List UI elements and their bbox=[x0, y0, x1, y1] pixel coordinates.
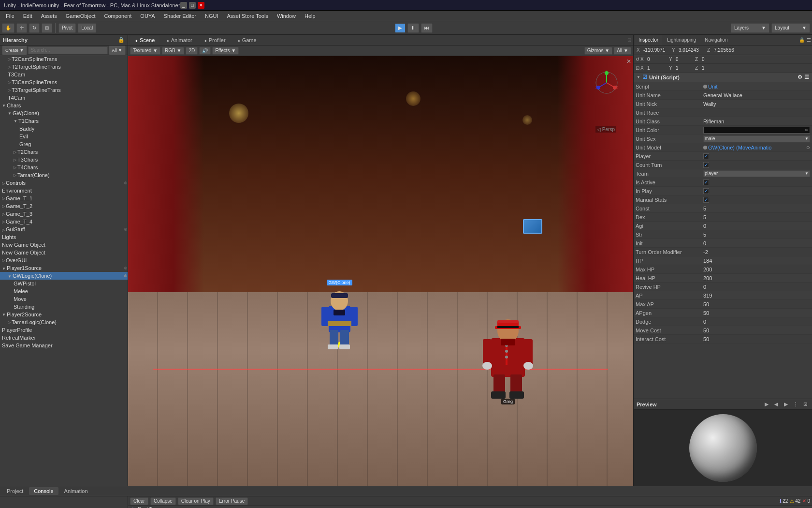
rgb-btn[interactable]: RGB ▼ bbox=[162, 47, 184, 55]
toolbar-scale[interactable]: ⊞ bbox=[42, 23, 52, 33]
list-item-gwlogic[interactable]: ▼GWLogic(Clone)⊕ bbox=[0, 272, 128, 280]
is-active-checkbox[interactable]: ✓ bbox=[703, 179, 709, 185]
list-item[interactable]: Melee bbox=[0, 287, 128, 295]
list-item[interactable]: ▷T2CamSplineTrans bbox=[0, 55, 128, 63]
list-item[interactable]: ▷Game_T_4 bbox=[0, 218, 128, 225]
tab-lightmapping[interactable]: Lightmapping bbox=[663, 35, 700, 45]
maximize-button[interactable]: □ bbox=[189, 2, 196, 9]
tab-animation[interactable]: Animation bbox=[59, 487, 93, 495]
team-dropdown[interactable]: player ▼ bbox=[703, 170, 810, 177]
unit-script-header[interactable]: ▼ ☑ Unit (Script) ⚙ ☰ bbox=[634, 73, 812, 82]
fx-btn[interactable]: Effects ▼ bbox=[212, 47, 239, 55]
preview-close[interactable]: ⊡ bbox=[801, 401, 809, 408]
tab-animator[interactable]: ⬥ Animator bbox=[161, 36, 197, 44]
preview-next[interactable]: ▶ bbox=[782, 401, 790, 408]
player-checkbox[interactable]: ✓ bbox=[703, 153, 709, 159]
list-item[interactable]: PlayerProfile bbox=[0, 326, 128, 334]
list-item[interactable]: ▷T3Chars bbox=[0, 156, 128, 164]
list-item[interactable]: New Game Object bbox=[0, 249, 128, 256]
tab-game[interactable]: ⬥ Game bbox=[232, 36, 261, 44]
list-item[interactable]: ▷Game_T_2 bbox=[0, 202, 128, 210]
gizmos-btn[interactable]: Gizmos ▼ bbox=[584, 47, 613, 55]
menu-ouya[interactable]: OUYA bbox=[136, 12, 159, 20]
layout-dropdown[interactable]: Layout ▼ bbox=[771, 23, 810, 33]
list-item[interactable]: ▼T1Chars bbox=[0, 117, 128, 125]
model-ref[interactable]: GW(Clone) (MoveAnimatio bbox=[703, 145, 805, 150]
menu-edit[interactable]: Edit bbox=[19, 12, 36, 20]
list-item[interactable]: ▼Player1Source⊕ bbox=[0, 264, 128, 272]
list-item[interactable]: ▷T3TargetSplineTrans bbox=[0, 86, 128, 94]
model-select[interactable]: ⊙ bbox=[806, 145, 810, 150]
list-item[interactable]: Evil bbox=[0, 133, 128, 140]
hierarchy-lock-icon[interactable]: 🔒 bbox=[118, 37, 125, 43]
tab-scene[interactable]: ⬥ Scene bbox=[130, 36, 160, 44]
preview-play[interactable]: ▶ bbox=[763, 401, 770, 408]
textured-btn[interactable]: Textured ▼ bbox=[130, 47, 160, 55]
script-settings[interactable]: ⚙ bbox=[798, 74, 802, 80]
menu-ngui[interactable]: NGUI bbox=[201, 12, 222, 20]
console-log[interactable]: ℹ Real Turn ℹ General Wallace begins tur… bbox=[128, 506, 812, 508]
pivot-button[interactable]: Pivot bbox=[58, 23, 76, 33]
view-all[interactable]: All ▼ bbox=[614, 47, 631, 55]
collapse-button[interactable]: Collapse bbox=[150, 497, 176, 505]
list-item[interactable]: ▷Game_T_3 bbox=[0, 210, 128, 218]
list-item[interactable]: ▷OverGUI bbox=[0, 256, 128, 264]
layers-dropdown[interactable]: Layers ▼ bbox=[731, 23, 769, 33]
hierarchy-search[interactable] bbox=[28, 46, 107, 54]
game-view[interactable]: GW(Clone) bbox=[128, 56, 633, 486]
list-item[interactable]: New Game Object bbox=[0, 241, 128, 249]
list-item[interactable]: ▼Chars bbox=[0, 102, 128, 109]
list-item[interactable]: Baddy bbox=[0, 125, 128, 133]
unit-sex-dropdown[interactable]: male ▼ bbox=[703, 135, 810, 142]
script-menu[interactable]: ☰ bbox=[804, 74, 809, 80]
list-item[interactable]: Environment bbox=[0, 187, 128, 194]
hierarchy-create[interactable]: Create ▼ bbox=[2, 45, 27, 55]
play-button[interactable]: ▶ bbox=[395, 23, 406, 33]
script-ref[interactable]: Unit bbox=[703, 84, 810, 90]
list-item[interactable]: ▷GuiStuff⊕ bbox=[0, 225, 128, 233]
clear-on-play-button[interactable]: Clear on Play bbox=[178, 497, 214, 505]
menu-component[interactable]: Component bbox=[100, 12, 135, 20]
list-item[interactable]: ▼Player2Source bbox=[0, 311, 128, 318]
local-button[interactable]: Local bbox=[78, 23, 96, 33]
tab-profiler[interactable]: ⬥ Profiler bbox=[199, 36, 231, 44]
preview-more[interactable]: ⋮ bbox=[792, 401, 799, 408]
toolbar-hand[interactable]: ✋ bbox=[2, 23, 14, 33]
tab-inspector[interactable]: Inspector bbox=[635, 35, 662, 45]
close-button[interactable]: ✕ bbox=[198, 2, 204, 9]
color-picker[interactable]: ✏ bbox=[703, 127, 810, 134]
menu-window[interactable]: Window bbox=[273, 12, 300, 20]
inspector-menu[interactable]: ☰ bbox=[807, 37, 811, 43]
tab-navigation[interactable]: Navigation bbox=[701, 35, 731, 45]
error-pause-button[interactable]: Error Pause bbox=[216, 497, 248, 505]
manual-stats-checkbox[interactable]: ✓ bbox=[703, 197, 709, 203]
audio-btn[interactable]: 🔊 bbox=[199, 47, 211, 55]
count-turn-checkbox[interactable]: ✓ bbox=[703, 162, 709, 168]
2d-btn[interactable]: 2D bbox=[186, 47, 198, 55]
step-button[interactable]: ⏭ bbox=[421, 23, 433, 33]
menu-file[interactable]: File bbox=[2, 12, 18, 20]
list-item[interactable]: Save Game Manager bbox=[0, 342, 128, 349]
preview-prev[interactable]: ◀ bbox=[772, 401, 780, 408]
menu-gameobject[interactable]: GameObject bbox=[62, 12, 100, 20]
list-item[interactable]: ▷T4Chars bbox=[0, 164, 128, 171]
menu-assets[interactable]: Assets bbox=[37, 12, 61, 20]
in-play-checkbox[interactable]: ✓ bbox=[703, 188, 709, 194]
list-item[interactable]: T4Cam bbox=[0, 94, 128, 102]
toolbar-move[interactable]: ✛ bbox=[16, 23, 27, 33]
list-item[interactable]: Standing bbox=[0, 303, 128, 311]
toolbar-rotate[interactable]: ↻ bbox=[29, 23, 40, 33]
list-item[interactable]: ▷T3CamSplineTrans bbox=[0, 78, 128, 86]
clear-button[interactable]: Clear bbox=[130, 497, 148, 505]
hierarchy-list[interactable]: ▷T2CamSplineTrans ▷T2TargetSplineTrans T… bbox=[0, 55, 128, 486]
inspector-lock[interactable]: 🔒 bbox=[799, 37, 805, 43]
tab-project[interactable]: Project bbox=[2, 487, 28, 495]
view-close-btn[interactable]: ✕ bbox=[626, 58, 631, 65]
menu-asset-store[interactable]: Asset Store Tools bbox=[223, 12, 272, 20]
list-item[interactable]: T3Cam bbox=[0, 71, 128, 78]
list-item[interactable]: Move bbox=[0, 295, 128, 303]
list-item[interactable]: ▼GW(Clone) bbox=[0, 109, 128, 117]
menu-shader-editor[interactable]: Shader Editor bbox=[160, 12, 200, 20]
list-item[interactable]: ▷Controls⊕ bbox=[0, 179, 128, 187]
minimize-button[interactable]: _ bbox=[180, 2, 187, 9]
